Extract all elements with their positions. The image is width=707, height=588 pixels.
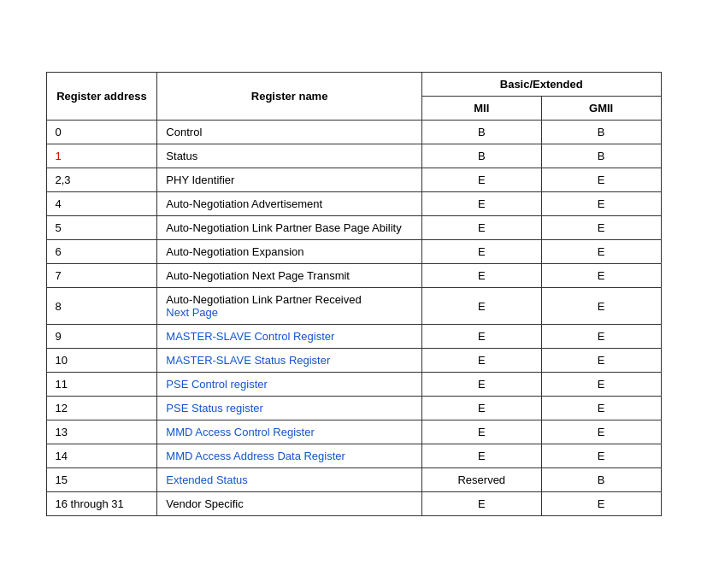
header-mii: MII xyxy=(421,97,541,121)
cell-address: 7 xyxy=(46,264,157,288)
cell-gmii: E xyxy=(541,492,661,516)
cell-name: MMD Access Address Data Register xyxy=(157,444,422,468)
header-register-name: Register name xyxy=(157,73,422,121)
table-row: 2,3PHY IdentifierEE xyxy=(46,168,661,192)
cell-gmii: B xyxy=(541,144,661,168)
table-row: 15Extended StatusReservedB xyxy=(46,468,661,492)
cell-name: PSE Status register xyxy=(157,397,422,420)
cell-gmii: E xyxy=(541,420,661,444)
cell-gmii: E xyxy=(541,168,661,192)
table-body: 0ControlBB1StatusBB2,3PHY IdentifierEE4A… xyxy=(46,121,661,516)
cell-name: MASTER-SLAVE Status Register xyxy=(157,349,422,373)
table-row: 12PSE Status registerEE xyxy=(46,397,661,420)
cell-mii: E xyxy=(421,349,541,373)
cell-address: 2,3 xyxy=(46,168,157,192)
cell-gmii: E xyxy=(541,216,661,240)
cell-mii: E xyxy=(421,325,541,349)
table-container: Register address Register name Basic/Ext… xyxy=(46,72,662,516)
cell-name: PSE Control register xyxy=(157,373,422,397)
cell-name: Control xyxy=(157,121,422,144)
cell-gmii: E xyxy=(541,240,661,264)
table-row: 0ControlBB xyxy=(46,121,661,144)
cell-gmii: E xyxy=(541,264,661,288)
cell-mii: Reserved xyxy=(421,468,541,492)
cell-mii: E xyxy=(421,492,541,516)
cell-address: 4 xyxy=(46,192,157,216)
cell-mii: E xyxy=(421,397,541,420)
cell-name: Vendor Specific xyxy=(157,492,422,516)
cell-gmii: E xyxy=(541,397,661,420)
cell-address: 6 xyxy=(46,240,157,264)
cell-gmii: B xyxy=(541,121,661,144)
cell-name: Auto-Negotiation Next Page Transmit xyxy=(157,264,422,288)
cell-mii: E xyxy=(421,192,541,216)
cell-name: Auto-Negotiation Advertisement xyxy=(157,192,422,216)
cell-mii: B xyxy=(421,144,541,168)
table-row: 5Auto-Negotiation Link Partner Base Page… xyxy=(46,216,661,240)
cell-address: 11 xyxy=(46,373,157,397)
header-register-address: Register address xyxy=(46,73,157,121)
table-row: 4Auto-Negotiation AdvertisementEE xyxy=(46,192,661,216)
table-row: 7Auto-Negotiation Next Page TransmitEE xyxy=(46,264,661,288)
table-row: 13MMD Access Control RegisterEE xyxy=(46,420,661,444)
cell-gmii: E xyxy=(541,192,661,216)
cell-mii: E xyxy=(421,168,541,192)
table-row: 10MASTER-SLAVE Status RegisterEE xyxy=(46,349,661,373)
cell-name: PHY Identifier xyxy=(157,168,422,192)
cell-mii: E xyxy=(421,420,541,444)
cell-address: 13 xyxy=(46,420,157,444)
register-table: Register address Register name Basic/Ext… xyxy=(46,72,662,516)
cell-mii: E xyxy=(421,264,541,288)
cell-mii: E xyxy=(421,216,541,240)
cell-address: 15 xyxy=(46,468,157,492)
cell-address: 9 xyxy=(46,325,157,349)
cell-name: Status xyxy=(157,144,422,168)
table-row: 8Auto-Negotiation Link Partner Received … xyxy=(46,288,661,325)
cell-address: 8 xyxy=(46,288,157,325)
table-row: 6Auto-Negotiation ExpansionEE xyxy=(46,240,661,264)
cell-address: 14 xyxy=(46,444,157,468)
cell-gmii: E xyxy=(541,373,661,397)
cell-name: MASTER-SLAVE Control Register xyxy=(157,325,422,349)
table-row: 9MASTER-SLAVE Control RegisterEE xyxy=(46,325,661,349)
cell-gmii: E xyxy=(541,444,661,468)
cell-name: Auto-Negotiation Expansion xyxy=(157,240,422,264)
cell-address: 0 xyxy=(46,121,157,144)
cell-mii: E xyxy=(421,240,541,264)
table-row: 1StatusBB xyxy=(46,144,661,168)
table-row: 14MMD Access Address Data RegisterEE xyxy=(46,444,661,468)
cell-address: 16 through 31 xyxy=(46,492,157,516)
cell-name: Auto-Negotiation Link Partner Base Page … xyxy=(157,216,422,240)
cell-gmii: E xyxy=(541,288,661,325)
table-row: 11PSE Control registerEE xyxy=(46,373,661,397)
cell-name: Extended Status xyxy=(157,468,422,492)
header-gmii: GMII xyxy=(541,97,661,121)
cell-mii: E xyxy=(421,444,541,468)
cell-name: MMD Access Control Register xyxy=(157,420,422,444)
cell-name: Auto-Negotiation Link Partner Received N… xyxy=(157,288,422,325)
cell-address: 1 xyxy=(46,144,157,168)
header-basic-extended: Basic/Extended xyxy=(421,73,661,97)
cell-address: 12 xyxy=(46,397,157,420)
name-part2: Next Page xyxy=(166,306,218,319)
cell-gmii: B xyxy=(541,468,661,492)
cell-mii: E xyxy=(421,288,541,325)
cell-mii: B xyxy=(421,121,541,144)
cell-gmii: E xyxy=(541,349,661,373)
name-part1: Auto-Negotiation Link Partner Received xyxy=(166,293,361,306)
cell-gmii: E xyxy=(541,325,661,349)
cell-address: 5 xyxy=(46,216,157,240)
cell-address: 10 xyxy=(46,349,157,373)
table-row: 16 through 31Vendor SpecificEE xyxy=(46,492,661,516)
header-row-1: Register address Register name Basic/Ext… xyxy=(46,73,661,97)
cell-mii: E xyxy=(421,373,541,397)
